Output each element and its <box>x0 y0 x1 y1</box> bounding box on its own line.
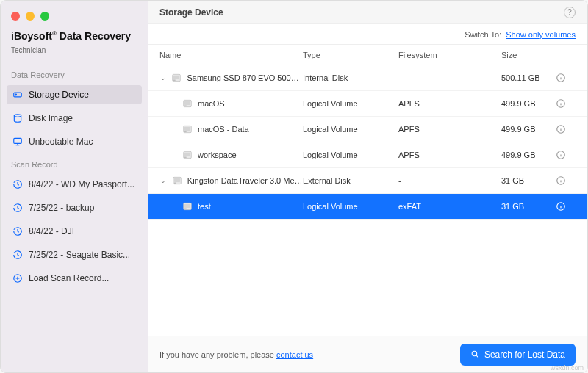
col-type[interactable]: Type <box>303 51 398 59</box>
sidebar-item-scan-3[interactable]: 8/4/22 - DJI <box>7 222 142 241</box>
row-filesystem: - <box>398 176 501 185</box>
row-type: Logical Volume <box>303 151 398 159</box>
footer: If you have any problem, please contact … <box>148 336 587 372</box>
table-row[interactable]: testLogical VolumeexFAT31 GB <box>148 194 587 220</box>
col-size[interactable]: Size <box>501 51 555 59</box>
svg-rect-19 <box>184 157 187 158</box>
history-icon <box>12 250 23 260</box>
row-size: 499.9 GB <box>501 99 555 108</box>
drive-icon <box>182 123 193 135</box>
row-name: Samsung SSD 870 EVO 500GB... <box>187 73 303 82</box>
sidebar-item-scan-2[interactable]: 7/25/22 - backup <box>7 198 142 217</box>
row-size: 31 GB <box>501 202 555 211</box>
sidebar-item-scan-4[interactable]: 7/25/22 - Seagate Basic... <box>7 245 142 264</box>
row-name: test <box>198 202 211 211</box>
sidebar-section-scan-record: Scan Record <box>7 156 142 170</box>
row-filesystem: - <box>398 73 501 82</box>
chevron-down-icon[interactable]: ⌄ <box>159 177 167 184</box>
switch-label: Switch To: <box>465 30 501 39</box>
table-header: Name Type Filesystem Size <box>148 45 587 65</box>
sidebar-item-label: Unbootable Mac <box>29 137 93 147</box>
sidebar: iBoysoft® Data Recovery Technician Data … <box>1 1 148 372</box>
sidebar-item-label: 8/4/22 - WD My Passport... <box>29 179 135 189</box>
main-panel: Storage Device ? Switch To: Show only vo… <box>148 1 587 372</box>
search-icon <box>470 350 480 359</box>
page-title: Storage Device <box>159 7 223 18</box>
window-controls <box>11 12 49 21</box>
drive-icon <box>171 72 182 84</box>
search-for-lost-data-button[interactable]: Search for Lost Data <box>460 344 576 366</box>
svg-rect-22 <box>174 178 180 182</box>
table-row[interactable]: workspaceLogical VolumeAPFS499.9 GB <box>148 142 587 168</box>
row-size: 500.11 GB <box>501 73 555 82</box>
app-body: iBoysoft® Data Recovery Technician Data … <box>1 1 587 372</box>
sidebar-item-label: Load Scan Record... <box>29 273 109 283</box>
watermark: wsxdn.com <box>551 364 584 372</box>
drive-icon <box>182 98 193 109</box>
row-name: Kingston DataTraveler 3.0 Media <box>187 176 303 185</box>
info-icon[interactable] <box>555 123 567 135</box>
app-window: iBoysoft® Data Recovery Technician Data … <box>1 1 587 372</box>
sidebar-item-load-scan[interactable]: Load Scan Record... <box>7 269 142 288</box>
minimize-window-button[interactable] <box>26 12 35 21</box>
svg-point-2 <box>14 115 21 117</box>
switch-link[interactable]: Show only volumes <box>506 30 576 39</box>
table-row[interactable]: ⌄Samsung SSD 870 EVO 500GB...Internal Di… <box>148 65 587 91</box>
sidebar-item-disk-image[interactable]: Disk Image <box>7 109 142 128</box>
info-icon[interactable] <box>555 149 567 161</box>
table-body: ⌄Samsung SSD 870 EVO 500GB...Internal Di… <box>148 65 587 336</box>
history-icon <box>12 203 23 213</box>
sidebar-item-label: 8/4/22 - DJI <box>29 226 74 236</box>
drive-icon <box>12 90 23 100</box>
table-row[interactable]: ⌄Kingston DataTraveler 3.0 MediaExternal… <box>148 168 587 194</box>
svg-rect-27 <box>184 209 187 209</box>
history-icon <box>12 179 23 189</box>
row-type: Internal Disk <box>303 73 398 82</box>
svg-rect-7 <box>173 80 176 81</box>
sidebar-item-label: Storage Device <box>29 90 89 100</box>
row-filesystem: APFS <box>398 125 501 134</box>
drive-icon <box>182 149 193 161</box>
row-name: macOS - Data <box>198 125 249 134</box>
sidebar-item-label: Disk Image <box>29 113 73 123</box>
close-window-button[interactable] <box>11 12 20 21</box>
row-filesystem: exFAT <box>398 202 501 211</box>
maximize-window-button[interactable] <box>40 12 49 21</box>
row-type: Logical Volume <box>303 99 398 108</box>
info-icon[interactable] <box>555 98 567 109</box>
disk-image-icon <box>12 113 23 123</box>
svg-point-1 <box>15 94 17 95</box>
drive-icon <box>171 175 183 186</box>
table-row[interactable]: macOS - DataLogical VolumeAPFS499.9 GB <box>148 117 587 142</box>
help-button[interactable]: ? <box>564 7 576 18</box>
sidebar-section-data-recovery: Data Recovery <box>7 66 142 81</box>
svg-rect-18 <box>184 153 190 156</box>
row-name: workspace <box>198 151 237 159</box>
row-filesystem: APFS <box>398 99 501 108</box>
header: Storage Device ? <box>148 1 587 24</box>
row-type: Logical Volume <box>303 125 398 134</box>
info-icon[interactable] <box>555 200 567 212</box>
contact-link[interactable]: contact us <box>276 350 313 359</box>
svg-point-29 <box>472 351 477 356</box>
info-icon[interactable] <box>555 175 567 186</box>
sidebar-item-storage-device[interactable]: Storage Device <box>7 85 142 104</box>
col-name[interactable]: Name <box>159 51 303 59</box>
svg-rect-14 <box>184 127 190 131</box>
svg-rect-26 <box>184 204 190 208</box>
sidebar-item-unbootable-mac[interactable]: Unbootable Mac <box>7 132 142 151</box>
svg-rect-11 <box>184 106 187 106</box>
svg-rect-6 <box>173 76 179 79</box>
drive-icon <box>182 200 193 212</box>
col-filesystem[interactable]: Filesystem <box>398 51 501 59</box>
app-title: iBoysoft® Data Recovery <box>7 27 142 42</box>
info-icon[interactable] <box>555 72 567 84</box>
svg-rect-3 <box>14 138 22 143</box>
history-icon <box>12 226 23 236</box>
svg-rect-10 <box>184 101 190 105</box>
row-type: Logical Volume <box>303 202 398 211</box>
chevron-down-icon[interactable]: ⌄ <box>159 74 166 82</box>
table-row[interactable]: macOSLogical VolumeAPFS499.9 GB <box>148 91 587 117</box>
sidebar-item-scan-1[interactable]: 8/4/22 - WD My Passport... <box>7 175 142 194</box>
plus-circle-icon <box>12 273 23 283</box>
